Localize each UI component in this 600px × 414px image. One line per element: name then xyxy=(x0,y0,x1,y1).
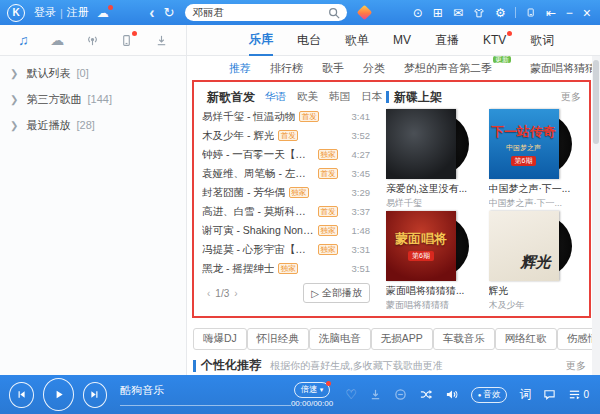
sidebar-item-label: 第三方歌曲 xyxy=(26,93,81,105)
next-button[interactable] xyxy=(83,382,108,408)
song-row[interactable]: 封茗囧菌 - 芳华偶 独家 3:29 xyxy=(202,183,370,202)
chip-classics[interactable]: 怀旧经典 xyxy=(247,328,309,350)
song-title: 谢可寅 - Shaking Non-Stop (Live) xyxy=(202,224,314,238)
chip-dj[interactable]: 嗨爆DJ xyxy=(193,328,247,350)
chip-car-music[interactable]: 车载音乐 xyxy=(433,328,495,350)
song-duration: 3:45 xyxy=(352,168,371,179)
song-row[interactable]: 黑龙 - 摇摆绅士 独家 3:51 xyxy=(202,259,370,278)
page-next-icon[interactable]: › xyxy=(234,288,237,299)
volume-icon[interactable] xyxy=(445,388,459,401)
tab-radio[interactable]: 电台 xyxy=(297,26,321,55)
song-title: 冯提莫 - 心形宇宙【将夜影视剧流... xyxy=(202,243,314,257)
now-playing-title: 酷狗音乐 xyxy=(120,383,291,398)
song-row[interactable]: 木及少年 - 辉光 首发 3:52 xyxy=(202,126,370,145)
cover-text: 蒙面唱将 xyxy=(395,230,447,248)
refresh-icon[interactable]: ↻ xyxy=(164,6,175,19)
download-manager-icon[interactable] xyxy=(155,34,168,47)
tab-lyrics[interactable]: 歌词 xyxy=(530,26,554,55)
album-card[interactable]: 辉光 辉光 木及少年 xyxy=(489,211,582,313)
close-button[interactable]: × xyxy=(583,6,591,20)
settings-gear-icon[interactable]: ⚙ xyxy=(495,7,506,19)
skin-color-icon[interactable] xyxy=(357,5,373,21)
playback-speed-button[interactable]: 倍速 ▾ xyxy=(294,382,331,398)
song-row[interactable]: 易烊千玺 - 恒温动物 首发 3:41 xyxy=(202,107,370,126)
sidebar-item-default-list[interactable]: ❯ 默认列表 [0] xyxy=(0,60,186,86)
back-icon[interactable]: ‹ xyxy=(149,5,154,21)
cloud-music-icon[interactable]: ☁ xyxy=(50,33,64,47)
album-card[interactable]: 亲爱的,这里没有... 易烊千玺 xyxy=(386,109,479,211)
page-prev-icon[interactable]: ‹ xyxy=(207,288,210,299)
song-row[interactable]: 袁娅维、周笔畅 - 左右风潮 首发 3:45 xyxy=(202,164,370,183)
message-icon[interactable]: ✉ xyxy=(453,7,463,19)
lang-tab-japanese[interactable]: 日本 xyxy=(361,90,382,104)
chip-internet-hits[interactable]: 网络红歌 xyxy=(495,328,557,350)
download-icon[interactable] xyxy=(369,388,382,401)
sound-effect-button[interactable]: ● 音效 xyxy=(471,387,508,403)
song-badge: 独家 xyxy=(278,263,298,274)
search-icon[interactable] xyxy=(328,7,340,19)
album-cover[interactable] xyxy=(386,109,456,179)
lyrics-toggle[interactable]: 词 xyxy=(519,386,531,403)
search-input[interactable]: 邓丽君 xyxy=(192,6,328,20)
personalized-more-link[interactable]: 更多 xyxy=(566,359,586,373)
sidebar-item-recent[interactable]: ❯ 最近播放 [28] xyxy=(0,112,186,138)
album-cover[interactable]: 蒙面唱将 第6期 xyxy=(386,211,456,281)
comment-icon[interactable] xyxy=(543,388,556,401)
song-row[interactable]: 谢可寅 - Shaking Non-Stop (Live) 独家 1:48 xyxy=(202,221,370,240)
subtab-recommend[interactable]: 推荐 xyxy=(229,61,251,76)
subtab-categories[interactable]: 分类 xyxy=(363,61,385,76)
albums-more-link[interactable]: 更多 xyxy=(561,90,581,104)
subtab-sound-of-dream[interactable]: 梦想的声音第二季更新 xyxy=(404,60,511,76)
login-link[interactable]: 登录 xyxy=(34,5,56,20)
dock-side-icon[interactable]: ⇤ xyxy=(546,7,556,19)
shuffle-mode-icon[interactable] xyxy=(419,388,433,401)
subtab-singers[interactable]: 歌手 xyxy=(322,61,344,76)
skin-shirt-icon[interactable] xyxy=(473,7,485,19)
kugou-logo[interactable]: K xyxy=(7,4,25,22)
now-playing-info: 酷狗音乐 xyxy=(120,383,291,406)
chip-edm[interactable]: 洗脑电音 xyxy=(309,328,371,350)
song-row[interactable]: 钟婷 - 一百零一天【酷狗校际音超... 独家 4:27 xyxy=(202,145,370,164)
cloud-sync-icon[interactable]: ☁ xyxy=(97,7,109,19)
song-row[interactable]: 冯提莫 - 心形宇宙【将夜影视剧流... 独家 3:31 xyxy=(202,240,370,259)
lang-tab-chinese[interactable]: 华语 xyxy=(265,90,286,104)
chip-lossless-app[interactable]: 无损APP xyxy=(371,328,433,350)
tab-mv[interactable]: MV xyxy=(393,26,411,55)
previous-button[interactable] xyxy=(9,382,34,408)
lang-tab-western[interactable]: 欧美 xyxy=(297,90,318,104)
album-cover[interactable]: 下一站传奇 中国梦之声 第6期 xyxy=(489,109,559,179)
sidebar-item-thirdparty[interactable]: ❯ 第三方歌曲 [144] xyxy=(0,86,186,112)
song-row[interactable]: 高进、白雪 - 莫斯科郊外的... 首发 3:37 xyxy=(202,202,370,221)
search-box[interactable]: 邓丽君 xyxy=(185,4,347,21)
tab-ktv[interactable]: KTV xyxy=(483,26,506,55)
mobile-icon[interactable] xyxy=(120,34,133,47)
favorite-icon[interactable]: ♡ xyxy=(345,387,357,402)
cover-subtext: 中国梦之声 xyxy=(506,143,541,153)
album-cover[interactable]: 辉光 xyxy=(489,211,559,281)
sidebar-item-count: [28] xyxy=(77,119,95,131)
subtab-masked-singer[interactable]: 蒙面唱将猜猜猜第二季更新 xyxy=(530,60,600,76)
local-music-icon[interactable]: ♫ xyxy=(18,33,29,47)
content-area: ❯ 默认列表 [0] ❯ 第三方歌曲 [144] ❯ 最近播放 [28] 推荐 … xyxy=(0,56,600,375)
play-all-button[interactable]: ▷ 全部播放 xyxy=(303,283,370,303)
album-card[interactable]: 蒙面唱将 第6期 蒙面唱将猜猜猜... 蒙面唱将猜猜猜 xyxy=(386,211,479,313)
album-card[interactable]: 下一站传奇 中国梦之声 第6期 中国梦之声·下一... 中国梦之声·下一... xyxy=(489,109,582,211)
apps-grid-icon[interactable]: ⊞ xyxy=(433,7,443,19)
play-button[interactable] xyxy=(43,378,74,411)
register-link[interactable]: 注册 xyxy=(67,5,89,20)
tab-music-library[interactable]: 乐库 xyxy=(249,25,273,56)
tab-playlists[interactable]: 歌单 xyxy=(345,26,369,55)
main-panel: 推荐 排行榜 歌手 分类 梦想的声音第二季更新 蒙面唱将猜猜猜第二季更新 新歌首… xyxy=(187,56,600,375)
tab-live[interactable]: 直播 xyxy=(435,26,459,55)
subtab-charts[interactable]: 排行榜 xyxy=(270,61,303,76)
mini-player-icon[interactable] xyxy=(525,7,536,18)
minimize-button[interactable]: − xyxy=(566,7,573,19)
lang-tab-korean[interactable]: 韩国 xyxy=(329,90,350,104)
more-circle-icon[interactable] xyxy=(394,388,407,401)
play-queue-button[interactable]: 0 xyxy=(568,388,589,401)
scrollbar-track[interactable] xyxy=(592,56,600,375)
progress-bar[interactable] xyxy=(120,405,291,406)
scrollbar-thumb[interactable] xyxy=(593,60,599,144)
radio-icon[interactable] xyxy=(86,34,99,47)
listen-radar-icon[interactable]: ⊙ xyxy=(413,7,423,19)
